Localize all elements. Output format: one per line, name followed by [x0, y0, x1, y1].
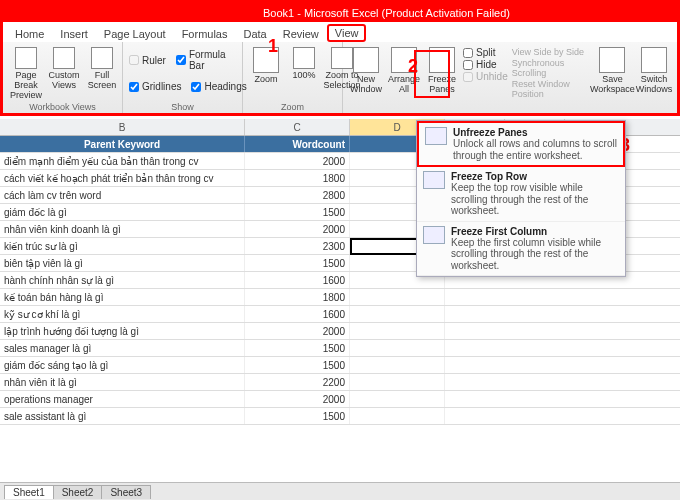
switch-windows-button[interactable]: SwitchWindows [637, 45, 671, 97]
cell[interactable]: điểm mạnh điểm yếu của bản thân trong cv [0, 153, 245, 169]
cell[interactable]: 1500 [245, 255, 350, 271]
split-button[interactable]: Split [463, 47, 508, 58]
cell[interactable]: 2300 [245, 238, 350, 254]
cell[interactable]: kiến trúc sư là gì [0, 238, 245, 254]
dropdown-item-title: Freeze First Column [451, 226, 619, 237]
dropdown-item-title: Freeze Top Row [451, 171, 619, 182]
view-side-by-side: View Side by Side [512, 47, 588, 57]
cell[interactable]: sales manager là gì [0, 340, 245, 356]
full-screen-button[interactable]: FullScreen [85, 45, 119, 93]
cell[interactable]: 1800 [245, 170, 350, 186]
table-row[interactable]: sale assistant là gì1500 [0, 408, 680, 425]
dropdown-item-freeze-first-column[interactable]: Freeze First ColumnKeep the first column… [417, 222, 625, 277]
freeze-panes-dropdown: Unfreeze PanesUnlock all rows and column… [416, 120, 626, 277]
dropdown-item-freeze-top-row[interactable]: Freeze Top RowKeep the top row visible w… [417, 167, 625, 222]
table-row[interactable]: sales manager là gì1500 [0, 340, 680, 357]
cell[interactable]: 2000 [245, 391, 350, 407]
tab-formulas[interactable]: Formulas [174, 26, 236, 42]
ribbon: Page BreakPreview CustomViews FullScreen… [0, 42, 680, 116]
sheet-tab-sheet3[interactable]: Sheet3 [101, 485, 151, 499]
dropdown-item-desc: Keep the first column visible while scro… [451, 237, 619, 272]
new-window-button[interactable]: NewWindow [349, 45, 383, 97]
reset-window-pos: Reset Window Position [512, 79, 588, 99]
group-label-show: Show [123, 102, 242, 112]
cell[interactable] [350, 391, 445, 407]
save-workspace-button[interactable]: SaveWorkspace [592, 45, 633, 97]
custom-views-button[interactable]: CustomViews [47, 45, 81, 93]
cell[interactable] [350, 323, 445, 339]
cell[interactable]: operations manager [0, 391, 245, 407]
dropdown-item-desc: Keep the top row visible while scrolling… [451, 182, 619, 217]
cell[interactable]: sale assistant là gì [0, 408, 245, 424]
table-row[interactable]: giám đốc sáng tạo là gì1500 [0, 357, 680, 374]
cell[interactable]: 1500 [245, 204, 350, 220]
cell[interactable] [350, 289, 445, 305]
cell[interactable]: biên tập viên là gì [0, 255, 245, 271]
table-row[interactable]: nhân viên it là gì2200 [0, 374, 680, 391]
ruler-checkbox[interactable]: Ruler [129, 49, 166, 71]
headings-checkbox[interactable]: Headings [191, 81, 246, 92]
cell[interactable]: nhân viên kinh doanh là gì [0, 221, 245, 237]
table-row[interactable]: lập trình hướng đối tượng là gì2000 [0, 323, 680, 340]
group-label-workbook-views: Workbook Views [3, 102, 122, 112]
page-break-preview-button[interactable]: Page BreakPreview [9, 45, 43, 103]
ribbon-tabs: HomeInsertPage LayoutFormulasDataReviewV… [0, 22, 680, 42]
cell[interactable]: kế toán bán hàng là gì [0, 289, 245, 305]
cell[interactable]: kỹ sư cơ khí là gì [0, 306, 245, 322]
freeze-panes-icon [425, 127, 447, 145]
cell[interactable]: giám đốc sáng tạo là gì [0, 357, 245, 373]
tab-review[interactable]: Review [275, 26, 327, 42]
cell[interactable]: 2000 [245, 221, 350, 237]
col-header-C[interactable]: C [245, 119, 350, 135]
tab-insert[interactable]: Insert [52, 26, 96, 42]
sheet-tab-sheet2[interactable]: Sheet2 [53, 485, 103, 499]
cell[interactable]: 1500 [245, 357, 350, 373]
dropdown-item-unfreeze-panes[interactable]: Unfreeze PanesUnlock all rows and column… [417, 121, 625, 167]
cell[interactable] [350, 408, 445, 424]
cell[interactable] [350, 306, 445, 322]
gridlines-checkbox[interactable]: Gridlines [129, 81, 181, 92]
annotation-marker-2: 2 [408, 56, 418, 77]
cell[interactable] [350, 374, 445, 390]
cell[interactable]: 1600 [245, 272, 350, 288]
col-header-B[interactable]: B [0, 119, 245, 135]
cell[interactable]: 1800 [245, 289, 350, 305]
table-row[interactable]: operations manager2000 [0, 391, 680, 408]
zoom-100-button[interactable]: 100% [287, 45, 321, 83]
sync-scroll: Synchronous Scrolling [512, 58, 588, 78]
cell[interactable]: cách làm cv trên word [0, 187, 245, 203]
cell[interactable] [350, 357, 445, 373]
sheet-tabs: Sheet1Sheet2Sheet3 [0, 482, 680, 500]
cell[interactable]: hành chính nhân sự là gì [0, 272, 245, 288]
cell[interactable]: 1500 [245, 340, 350, 356]
tab-home[interactable]: Home [7, 26, 52, 42]
hide-button[interactable]: Hide [463, 59, 508, 70]
cell[interactable]: 2000 [245, 323, 350, 339]
freeze-panes-icon [423, 226, 445, 244]
dropdown-item-title: Unfreeze Panes [453, 127, 617, 138]
cell[interactable]: 1600 [245, 306, 350, 322]
freeze-panes-icon [423, 171, 445, 189]
cell[interactable]: nhân viên it là gì [0, 374, 245, 390]
cell[interactable] [350, 340, 445, 356]
cell[interactable]: lập trình hướng đối tượng là gì [0, 323, 245, 339]
cell[interactable]: 1500 [245, 408, 350, 424]
cell[interactable]: 2000 [245, 153, 350, 169]
dropdown-item-desc: Unlock all rows and columns to scroll th… [453, 138, 617, 161]
cell[interactable]: 2800 [245, 187, 350, 203]
group-label-zoom: Zoom [243, 102, 342, 112]
cell[interactable]: giám đốc là gì [0, 204, 245, 220]
table-row[interactable]: kỹ sư cơ khí là gì1600 [0, 306, 680, 323]
tab-page-layout[interactable]: Page Layout [96, 26, 174, 42]
tab-view[interactable]: View [327, 24, 367, 42]
sheet-tab-sheet1[interactable]: Sheet1 [4, 485, 54, 499]
cell[interactable]: cách viết kế hoạch phát triển bản thân t… [0, 170, 245, 186]
formula-bar-checkbox[interactable]: Formula Bar [176, 49, 236, 71]
title-bar: Book1 - Microsoft Excel (Product Activat… [0, 0, 680, 22]
unhide-button: Unhide [463, 71, 508, 82]
table-header-C: Wordcount [245, 136, 350, 152]
table-row[interactable]: kế toán bán hàng là gì1800 [0, 289, 680, 306]
table-header-B: Parent Keyword [0, 136, 245, 152]
cell[interactable]: 2200 [245, 374, 350, 390]
annotation-marker-1: 1 [268, 36, 278, 57]
